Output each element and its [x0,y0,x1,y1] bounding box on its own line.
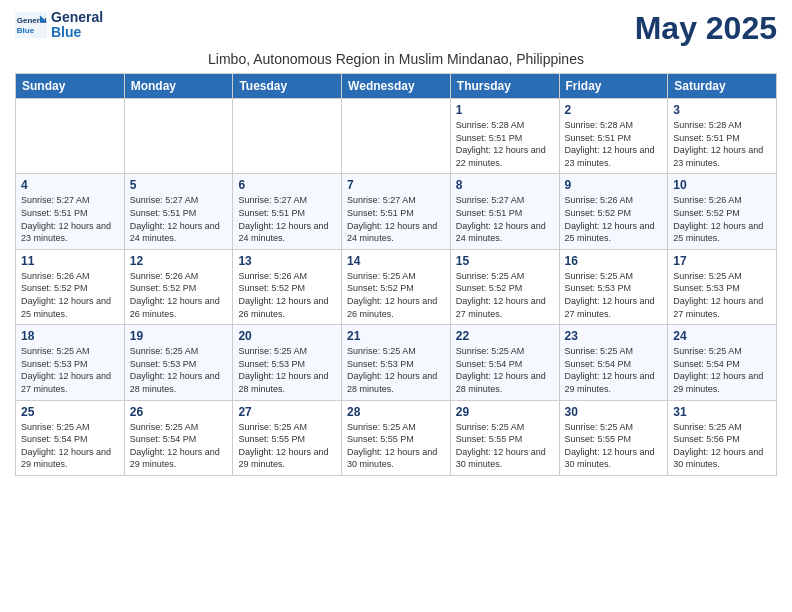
day-number: 17 [673,254,771,268]
calendar-cell: 3Sunrise: 5:28 AM Sunset: 5:51 PM Daylig… [668,99,777,174]
day-info: Sunrise: 5:25 AM Sunset: 5:54 PM Dayligh… [456,345,554,395]
header-wednesday: Wednesday [342,74,451,99]
day-number: 9 [565,178,663,192]
day-info: Sunrise: 5:25 AM Sunset: 5:54 PM Dayligh… [21,421,119,471]
calendar-cell: 25Sunrise: 5:25 AM Sunset: 5:54 PM Dayli… [16,400,125,475]
day-number: 30 [565,405,663,419]
calendar-cell: 22Sunrise: 5:25 AM Sunset: 5:54 PM Dayli… [450,325,559,400]
calendar-cell: 24Sunrise: 5:25 AM Sunset: 5:54 PM Dayli… [668,325,777,400]
day-info: Sunrise: 5:27 AM Sunset: 5:51 PM Dayligh… [456,194,554,244]
day-number: 8 [456,178,554,192]
calendar-cell: 21Sunrise: 5:25 AM Sunset: 5:53 PM Dayli… [342,325,451,400]
day-number: 20 [238,329,336,343]
calendar-cell [16,99,125,174]
day-number: 12 [130,254,228,268]
calendar-cell: 4Sunrise: 5:27 AM Sunset: 5:51 PM Daylig… [16,174,125,249]
calendar-cell: 5Sunrise: 5:27 AM Sunset: 5:51 PM Daylig… [124,174,233,249]
day-info: Sunrise: 5:26 AM Sunset: 5:52 PM Dayligh… [673,194,771,244]
day-info: Sunrise: 5:25 AM Sunset: 5:55 PM Dayligh… [456,421,554,471]
day-info: Sunrise: 5:25 AM Sunset: 5:53 PM Dayligh… [21,345,119,395]
header-monday: Monday [124,74,233,99]
calendar-cell: 1Sunrise: 5:28 AM Sunset: 5:51 PM Daylig… [450,99,559,174]
day-info: Sunrise: 5:25 AM Sunset: 5:55 PM Dayligh… [238,421,336,471]
day-info: Sunrise: 5:25 AM Sunset: 5:52 PM Dayligh… [456,270,554,320]
header-thursday: Thursday [450,74,559,99]
day-info: Sunrise: 5:27 AM Sunset: 5:51 PM Dayligh… [130,194,228,244]
day-info: Sunrise: 5:25 AM Sunset: 5:55 PM Dayligh… [347,421,445,471]
calendar-cell [233,99,342,174]
page-subtitle: Limbo, Autonomous Region in Muslim Minda… [15,51,777,67]
day-info: Sunrise: 5:26 AM Sunset: 5:52 PM Dayligh… [565,194,663,244]
calendar-cell: 28Sunrise: 5:25 AM Sunset: 5:55 PM Dayli… [342,400,451,475]
day-info: Sunrise: 5:27 AM Sunset: 5:51 PM Dayligh… [238,194,336,244]
header-friday: Friday [559,74,668,99]
day-info: Sunrise: 5:25 AM Sunset: 5:53 PM Dayligh… [130,345,228,395]
day-number: 11 [21,254,119,268]
day-number: 7 [347,178,445,192]
day-number: 27 [238,405,336,419]
day-number: 29 [456,405,554,419]
day-number: 3 [673,103,771,117]
day-number: 22 [456,329,554,343]
svg-text:Blue: Blue [17,26,35,35]
calendar-week-1: 1Sunrise: 5:28 AM Sunset: 5:51 PM Daylig… [16,99,777,174]
calendar-cell: 10Sunrise: 5:26 AM Sunset: 5:52 PM Dayli… [668,174,777,249]
calendar-cell [342,99,451,174]
calendar-cell: 20Sunrise: 5:25 AM Sunset: 5:53 PM Dayli… [233,325,342,400]
calendar-cell: 11Sunrise: 5:26 AM Sunset: 5:52 PM Dayli… [16,249,125,324]
day-info: Sunrise: 5:27 AM Sunset: 5:51 PM Dayligh… [347,194,445,244]
calendar-cell [124,99,233,174]
calendar-cell: 15Sunrise: 5:25 AM Sunset: 5:52 PM Dayli… [450,249,559,324]
logo-icon: General Blue [15,11,47,39]
calendar-header-row: SundayMondayTuesdayWednesdayThursdayFrid… [16,74,777,99]
calendar-week-2: 4Sunrise: 5:27 AM Sunset: 5:51 PM Daylig… [16,174,777,249]
day-number: 23 [565,329,663,343]
day-info: Sunrise: 5:27 AM Sunset: 5:51 PM Dayligh… [21,194,119,244]
logo-text-general: General [51,10,103,25]
calendar-cell: 13Sunrise: 5:26 AM Sunset: 5:52 PM Dayli… [233,249,342,324]
day-number: 26 [130,405,228,419]
day-info: Sunrise: 5:28 AM Sunset: 5:51 PM Dayligh… [565,119,663,169]
day-number: 10 [673,178,771,192]
calendar-cell: 29Sunrise: 5:25 AM Sunset: 5:55 PM Dayli… [450,400,559,475]
calendar-cell: 14Sunrise: 5:25 AM Sunset: 5:52 PM Dayli… [342,249,451,324]
calendar-cell: 12Sunrise: 5:26 AM Sunset: 5:52 PM Dayli… [124,249,233,324]
day-info: Sunrise: 5:25 AM Sunset: 5:52 PM Dayligh… [347,270,445,320]
calendar-cell: 18Sunrise: 5:25 AM Sunset: 5:53 PM Dayli… [16,325,125,400]
day-info: Sunrise: 5:25 AM Sunset: 5:53 PM Dayligh… [565,270,663,320]
day-number: 4 [21,178,119,192]
calendar-week-5: 25Sunrise: 5:25 AM Sunset: 5:54 PM Dayli… [16,400,777,475]
logo-text-blue: Blue [51,25,103,40]
calendar-cell: 9Sunrise: 5:26 AM Sunset: 5:52 PM Daylig… [559,174,668,249]
day-info: Sunrise: 5:26 AM Sunset: 5:52 PM Dayligh… [238,270,336,320]
day-info: Sunrise: 5:26 AM Sunset: 5:52 PM Dayligh… [21,270,119,320]
header-saturday: Saturday [668,74,777,99]
calendar-cell: 16Sunrise: 5:25 AM Sunset: 5:53 PM Dayli… [559,249,668,324]
calendar-cell: 19Sunrise: 5:25 AM Sunset: 5:53 PM Dayli… [124,325,233,400]
day-number: 21 [347,329,445,343]
day-info: Sunrise: 5:25 AM Sunset: 5:53 PM Dayligh… [238,345,336,395]
day-number: 15 [456,254,554,268]
calendar-week-3: 11Sunrise: 5:26 AM Sunset: 5:52 PM Dayli… [16,249,777,324]
day-info: Sunrise: 5:25 AM Sunset: 5:56 PM Dayligh… [673,421,771,471]
calendar-cell: 7Sunrise: 5:27 AM Sunset: 5:51 PM Daylig… [342,174,451,249]
header-tuesday: Tuesday [233,74,342,99]
calendar-cell: 17Sunrise: 5:25 AM Sunset: 5:53 PM Dayli… [668,249,777,324]
calendar-cell: 27Sunrise: 5:25 AM Sunset: 5:55 PM Dayli… [233,400,342,475]
calendar-cell: 6Sunrise: 5:27 AM Sunset: 5:51 PM Daylig… [233,174,342,249]
calendar-week-4: 18Sunrise: 5:25 AM Sunset: 5:53 PM Dayli… [16,325,777,400]
logo: General Blue General Blue [15,10,103,41]
day-number: 25 [21,405,119,419]
day-info: Sunrise: 5:25 AM Sunset: 5:53 PM Dayligh… [673,270,771,320]
day-number: 14 [347,254,445,268]
calendar-cell: 31Sunrise: 5:25 AM Sunset: 5:56 PM Dayli… [668,400,777,475]
calendar-cell: 2Sunrise: 5:28 AM Sunset: 5:51 PM Daylig… [559,99,668,174]
day-number: 2 [565,103,663,117]
calendar-table: SundayMondayTuesdayWednesdayThursdayFrid… [15,73,777,476]
month-title: May 2025 [635,10,777,47]
day-info: Sunrise: 5:25 AM Sunset: 5:53 PM Dayligh… [347,345,445,395]
calendar-cell: 8Sunrise: 5:27 AM Sunset: 5:51 PM Daylig… [450,174,559,249]
day-number: 28 [347,405,445,419]
day-info: Sunrise: 5:25 AM Sunset: 5:55 PM Dayligh… [565,421,663,471]
day-info: Sunrise: 5:25 AM Sunset: 5:54 PM Dayligh… [130,421,228,471]
